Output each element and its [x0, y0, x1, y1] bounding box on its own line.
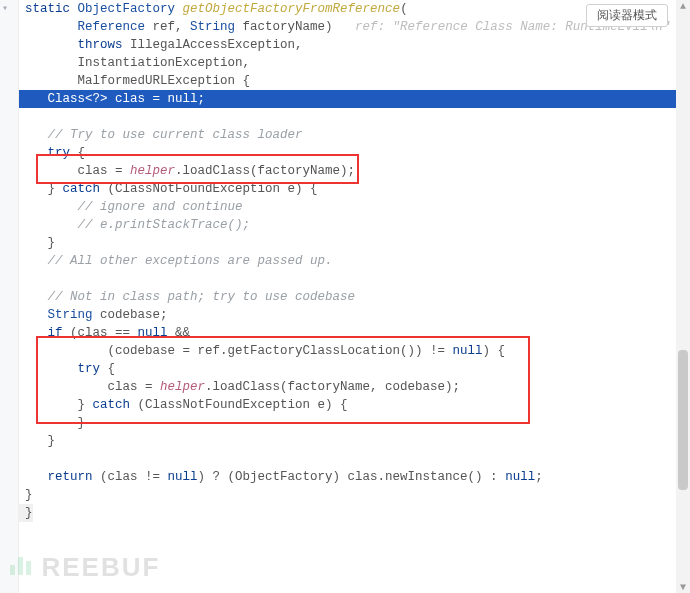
fold-icon: ▾ — [2, 2, 8, 14]
code-line[interactable]: } — [19, 414, 690, 432]
code-editor[interactable]: ▾ static ObjectFactory getObjectFactoryF… — [0, 0, 690, 593]
code-line[interactable]: clas = helper.loadClass(factoryName, cod… — [19, 378, 690, 396]
code-line[interactable]: // Not in class path; try to use codebas… — [19, 288, 690, 306]
code-line[interactable]: } catch (ClassNotFoundException e) { — [19, 180, 690, 198]
reader-mode-label: 阅读器模式 — [597, 8, 657, 22]
code-area[interactable]: static ObjectFactory getObjectFactoryFro… — [19, 0, 690, 522]
watermark-logo-icon — [10, 557, 34, 578]
code-line[interactable]: // e.printStackTrace(); — [19, 216, 690, 234]
code-line[interactable]: String codebase; — [19, 306, 690, 324]
code-line[interactable]: throws IllegalAccessException, — [19, 36, 690, 54]
code-line — [19, 450, 690, 468]
code-line[interactable]: } catch (ClassNotFoundException e) { — [19, 396, 690, 414]
freebuf-watermark: REEBUF — [10, 552, 160, 583]
code-line[interactable]: clas = helper.loadClass(factoryName); — [19, 162, 690, 180]
scroll-up-icon[interactable]: ▲ — [678, 1, 688, 11]
scrollbar-thumb[interactable] — [678, 350, 688, 490]
code-line[interactable]: // ignore and continue — [19, 198, 690, 216]
editor-gutter[interactable]: ▾ — [0, 0, 19, 593]
reader-mode-button[interactable]: 阅读器模式 — [586, 4, 668, 27]
code-line — [19, 108, 690, 126]
code-line[interactable]: // All other exceptions are passed up. — [19, 252, 690, 270]
code-line[interactable]: try { — [19, 360, 690, 378]
watermark-text: REEBUF — [41, 552, 160, 583]
vertical-scrollbar[interactable]: ▲ ▼ — [676, 0, 690, 593]
code-line[interactable]: } — [19, 432, 690, 450]
code-line[interactable]: // Try to use current class loader — [19, 126, 690, 144]
code-line[interactable]: } — [19, 234, 690, 252]
code-line[interactable]: return (clas != null) ? (ObjectFactory) … — [19, 468, 690, 486]
scroll-down-icon[interactable]: ▼ — [678, 582, 688, 592]
code-line-highlighted[interactable]: Class<?> clas = null; — [19, 90, 690, 108]
code-line[interactable]: } — [19, 486, 690, 504]
code-line — [19, 270, 690, 288]
code-line[interactable]: (codebase = ref.getFactoryClassLocation(… — [19, 342, 690, 360]
code-line[interactable]: if (clas == null && — [19, 324, 690, 342]
code-line[interactable]: } — [19, 504, 33, 522]
code-line[interactable]: try { — [19, 144, 690, 162]
code-line[interactable]: InstantiationException, — [19, 54, 690, 72]
code-line[interactable]: MalformedURLException { — [19, 72, 690, 90]
